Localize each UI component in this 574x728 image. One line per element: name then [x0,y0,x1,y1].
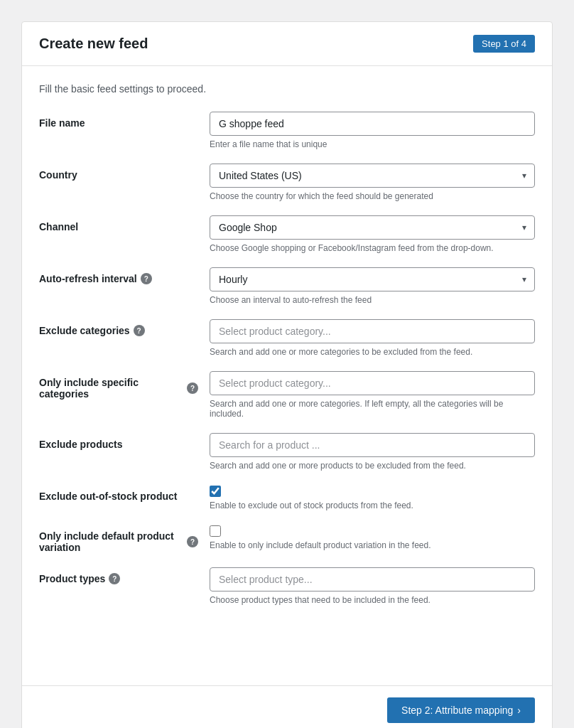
exclude-products-control-col: Search and add one or more products to b… [210,433,535,471]
default-variation-checkbox[interactable] [210,525,221,537]
exclude-out-of-stock-row: Exclude out-of-stock product Enable to e… [39,485,535,510]
country-select[interactable]: United States (US) United Kingdom (UK) C… [210,164,535,188]
page-container: Create new feed Step 1 of 4 Fill the bas… [14,14,560,728]
form-subtitle: Fill the basic feed settings to proceed. [39,83,535,95]
exclude-out-of-stock-checkbox-row [210,485,535,497]
country-label-col: Country [39,164,210,181]
file-name-label-col: File name [39,112,210,129]
exclude-out-of-stock-label: Exclude out-of-stock product [39,491,198,502]
channel-select[interactable]: Google Shop Facebook/Instagram [210,215,535,240]
card-header: Create new feed Step 1 of 4 [22,22,552,66]
card-footer: Step 2: Attribute mapping › [22,685,552,728]
next-step-button[interactable]: Step 2: Attribute mapping › [387,697,535,723]
main-card: Create new feed Step 1 of 4 Fill the bas… [21,21,553,728]
exclude-categories-hint: Search and add one or more categories to… [210,347,535,357]
country-row: Country United States (US) United Kingdo… [39,164,535,201]
step-badge: Step 1 of 4 [473,35,535,53]
auto-refresh-select[interactable]: Hourly Daily Weekly Monthly [210,267,535,291]
exclude-out-of-stock-label-col: Exclude out-of-stock product [39,485,210,502]
default-variation-help-icon[interactable]: ? [187,536,198,547]
next-step-label: Step 2: Attribute mapping [401,705,513,716]
country-control-col: United States (US) United Kingdom (UK) C… [210,164,535,201]
auto-refresh-label-col: Auto-refresh interval ? [39,267,210,284]
include-categories-help-icon[interactable]: ? [187,382,198,394]
channel-label: Channel [39,221,198,232]
channel-label-col: Channel [39,215,210,232]
exclude-products-hint: Search and add one or more products to b… [210,461,535,471]
auto-refresh-control-col: Hourly Daily Weekly Monthly ▾ Choose an … [210,267,535,305]
product-types-control-col: Choose product types that need to be inc… [210,567,535,605]
page-title: Create new feed [39,36,148,52]
country-label: Country [39,169,198,181]
channel-select-wrapper: Google Shop Facebook/Instagram ▾ [210,215,535,240]
channel-control-col: Google Shop Facebook/Instagram ▾ Choose … [210,215,535,253]
product-types-input[interactable] [210,567,535,592]
product-types-label: Product types ? [39,573,198,584]
include-categories-hint: Search and add one or more categories. I… [210,399,535,419]
default-variation-control-col: Enable to only include default product v… [210,525,535,550]
card-body: Fill the basic feed settings to proceed.… [22,66,552,685]
product-types-label-col: Product types ? [39,567,210,584]
country-hint: Choose the country for which the feed sh… [210,191,535,201]
default-variation-checkbox-row [210,525,535,537]
file-name-control-col: Enter a file name that is unique [210,112,535,149]
exclude-categories-help-icon[interactable]: ? [134,325,145,336]
auto-refresh-row: Auto-refresh interval ? Hourly Daily Wee… [39,267,535,305]
exclude-categories-label-col: Exclude categories ? [39,319,210,336]
exclude-products-input[interactable] [210,433,535,457]
exclude-categories-control-col: Search and add one or more categories to… [210,319,535,357]
channel-hint: Choose Google shopping or Facebook/Insta… [210,243,535,253]
channel-row: Channel Google Shop Facebook/Instagram ▾… [39,215,535,253]
default-variation-hint: Enable to only include default product v… [210,540,535,550]
exclude-categories-row: Exclude categories ? Search and add one … [39,319,535,357]
auto-refresh-help-icon[interactable]: ? [141,273,152,284]
next-arrow-icon: › [517,705,521,716]
default-variation-row: Only include default product variation ?… [39,525,535,553]
product-types-row: Product types ? Choose product types tha… [39,567,535,605]
product-types-hint: Choose product types that need to be inc… [210,595,535,605]
auto-refresh-label: Auto-refresh interval ? [39,273,198,284]
default-variation-label: Only include default product variation ? [39,530,198,553]
auto-refresh-select-wrapper: Hourly Daily Weekly Monthly ▾ [210,267,535,291]
exclude-out-of-stock-control-col: Enable to exclude out of stock products … [210,485,535,510]
include-categories-control-col: Search and add one or more categories. I… [210,371,535,419]
exclude-products-label: Exclude products [39,439,198,450]
exclude-products-label-col: Exclude products [39,433,210,450]
auto-refresh-hint: Choose an interval to auto-refresh the f… [210,295,535,305]
file-name-label: File name [39,117,198,129]
exclude-out-of-stock-hint: Enable to exclude out of stock products … [210,500,535,510]
country-select-wrapper: United States (US) United Kingdom (UK) C… [210,164,535,188]
include-categories-label-col: Only include specific categories ? [39,371,210,400]
exclude-out-of-stock-checkbox[interactable] [210,486,221,497]
include-categories-input[interactable] [210,371,535,395]
include-categories-label: Only include specific categories ? [39,377,198,400]
file-name-row: File name Enter a file name that is uniq… [39,112,535,149]
product-types-help-icon[interactable]: ? [109,573,120,584]
exclude-products-row: Exclude products Search and add one or m… [39,433,535,471]
file-name-hint: Enter a file name that is unique [210,139,535,149]
exclude-categories-input[interactable] [210,319,535,343]
file-name-input[interactable] [210,112,535,136]
exclude-categories-label: Exclude categories ? [39,325,198,336]
default-variation-label-col: Only include default product variation ? [39,525,210,553]
include-categories-row: Only include specific categories ? Searc… [39,371,535,419]
